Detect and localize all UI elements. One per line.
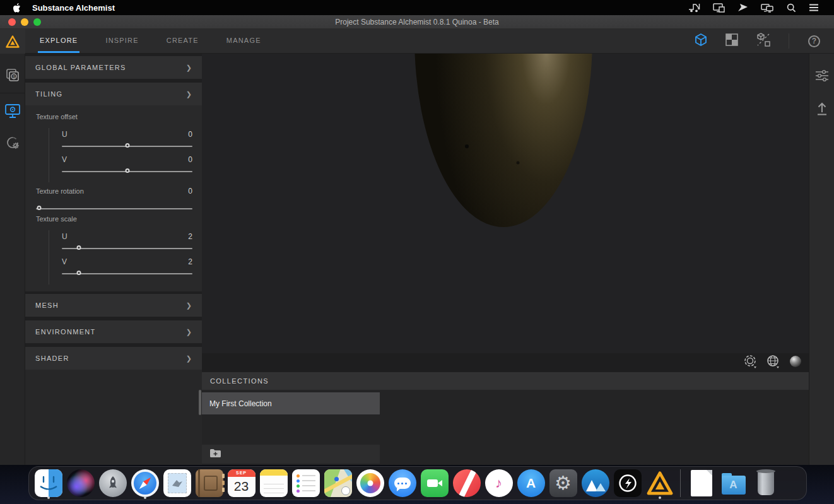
tab-create[interactable]: CREATE — [165, 29, 201, 53]
offset-v-slider[interactable] — [62, 171, 192, 172]
main-tabs: EXPLORE INSPIRE CREATE MANAGE — [38, 29, 263, 53]
split-view-icon[interactable] — [725, 33, 738, 49]
3d-view-icon[interactable] — [694, 33, 708, 49]
macos-menubar: Substance Alchemist — [0, 0, 834, 15]
dock-divider — [680, 469, 681, 497]
texture-rotation-value[interactable]: 0 — [188, 187, 192, 196]
dock-reminders-icon[interactable] — [290, 467, 322, 500]
close-window-button[interactable] — [8, 18, 16, 26]
menu-list-icon[interactable] — [809, 4, 819, 11]
display-mirroring-icon[interactable] — [713, 3, 725, 13]
dock-messages-icon[interactable] — [386, 467, 418, 500]
dock-substance-painter-icon[interactable] — [611, 467, 643, 500]
offset-u-value[interactable]: 0 — [188, 130, 192, 139]
texture-scale-label: Texture scale — [36, 215, 77, 223]
dock-mail-icon[interactable] — [161, 467, 193, 500]
dock-maps-icon[interactable] — [322, 467, 354, 500]
render-settings-icon[interactable] — [0, 130, 25, 155]
dual-displays-icon[interactable] — [761, 3, 774, 13]
viewport-3d[interactable] — [202, 54, 809, 353]
tab-inspire[interactable]: INSPIRE — [103, 29, 140, 53]
dock-system-preferences-icon[interactable]: ⚙ — [547, 467, 579, 500]
dock: SEP23 ♪ A ⚙ A — [28, 466, 807, 500]
scale-u-slider[interactable] — [62, 248, 192, 249]
chevron-right-icon: ❯ — [186, 64, 192, 72]
texture-scale-group: U 2 V 2 — [49, 230, 192, 284]
minimize-window-button[interactable] — [21, 18, 28, 26]
dock-siri-icon[interactable] — [64, 467, 97, 500]
zoom-window-button[interactable] — [33, 18, 41, 26]
dock-finder-icon[interactable] — [32, 467, 64, 500]
send-to-device-icon[interactable] — [737, 3, 748, 13]
dock-itunes-icon[interactable]: ♪ — [483, 467, 515, 500]
scale-v-value[interactable]: 2 — [188, 257, 192, 266]
collections-footer-bar — [202, 445, 380, 464]
offset-u-slider[interactable] — [62, 146, 192, 147]
window-title: Project Substance Alchemist 0.8.1 Quinoa… — [335, 18, 498, 26]
section-shader[interactable]: SHADER❯ — [25, 347, 202, 370]
scale-v-slider[interactable] — [62, 273, 192, 274]
section-global-parameters[interactable]: GLOBAL PARAMETERS❯ — [25, 56, 202, 79]
dock-trash-icon[interactable] — [749, 467, 782, 500]
viewport-display-icon[interactable] — [0, 98, 25, 124]
texture-offset-group: U 0 V 0 — [49, 128, 192, 182]
chevron-right-icon: ❯ — [186, 302, 192, 310]
environment-settings-icon[interactable] — [743, 354, 758, 372]
dock-contacts-icon[interactable] — [193, 467, 225, 500]
forklift-icon[interactable] — [688, 3, 700, 13]
panel-scrollbar[interactable] — [199, 390, 201, 415]
materials-stack-icon[interactable]: S — [0, 62, 25, 88]
dock-app-store-icon[interactable]: A — [515, 467, 547, 500]
spotlight-search-icon[interactable] — [787, 3, 796, 13]
dock-notes-icon[interactable] — [257, 467, 290, 500]
add-collection-icon[interactable] — [209, 448, 221, 460]
scale-u-value[interactable]: 2 — [188, 232, 192, 241]
texture-rotation-slider[interactable] — [36, 208, 192, 209]
dock-facetime-icon[interactable] — [418, 467, 450, 500]
collections-panel: COLLECTIONS My First Collection — [202, 372, 809, 465]
dock-news-icon[interactable] — [450, 467, 483, 500]
export-icon[interactable] — [809, 96, 834, 121]
texture-offset-label: Texture offset — [36, 113, 78, 120]
dock-applications-folder-icon[interactable]: A — [717, 467, 749, 500]
dock-photos-icon[interactable] — [354, 467, 386, 500]
tiling-body: Texture offset U 0 V 0 Texture rotation … — [25, 105, 202, 291]
apple-menu-icon[interactable] — [13, 3, 21, 13]
chevron-right-icon: ❯ — [186, 355, 192, 363]
dock-safari-icon[interactable] — [129, 467, 161, 500]
dock-launchpad-icon[interactable] — [97, 467, 129, 500]
material-preview-mesh — [202, 54, 809, 353]
offset-v-value[interactable]: 0 — [188, 155, 192, 164]
dock-calendar-icon[interactable]: SEP23 — [225, 467, 257, 500]
viewport-toolbar — [202, 353, 809, 372]
section-environment[interactable]: ENVIRONMENT❯ — [25, 320, 202, 343]
toolbar-separator — [789, 33, 789, 49]
environment-globe-icon[interactable] — [766, 354, 781, 372]
alchemist-logo[interactable] — [0, 29, 25, 54]
parameters-panel: GLOBAL PARAMETERS❯ TILING❯ Texture offse… — [25, 54, 202, 465]
chevron-down-icon: ❯ — [186, 90, 192, 98]
dock-substance-alchemist-icon[interactable] — [643, 467, 676, 500]
tab-manage[interactable]: MANAGE — [225, 29, 263, 53]
panel-empty-area — [25, 370, 202, 465]
tab-explore[interactable]: EXPLORE — [38, 29, 79, 53]
help-icon[interactable]: ? — [808, 35, 820, 47]
app-toolbar: EXPLORE INSPIRE CREATE MANAGE ? — [0, 29, 834, 54]
right-icon-rail — [809, 54, 834, 465]
window-titlebar[interactable]: Project Substance Alchemist 0.8.1 Quinoa… — [0, 15, 834, 29]
scale-v-label: V — [62, 257, 67, 266]
dock-document-icon[interactable] — [685, 467, 717, 500]
compare-view-icon[interactable] — [756, 32, 771, 50]
dock-mountain-app-icon[interactable] — [579, 467, 611, 500]
chevron-right-icon: ❯ — [186, 328, 192, 336]
material-sphere-icon[interactable] — [789, 355, 802, 371]
filters-icon[interactable] — [809, 63, 834, 88]
offset-u-label: U — [62, 130, 68, 139]
section-mesh[interactable]: MESH❯ — [25, 294, 202, 317]
collection-item-selected[interactable]: My First Collection — [202, 392, 380, 414]
scale-u-label: U — [62, 232, 68, 241]
menubar-app-name[interactable]: Substance Alchemist — [32, 3, 115, 13]
offset-v-label: V — [62, 155, 67, 164]
collections-header: COLLECTIONS — [202, 372, 809, 390]
section-tiling[interactable]: TILING❯ — [25, 83, 202, 105]
